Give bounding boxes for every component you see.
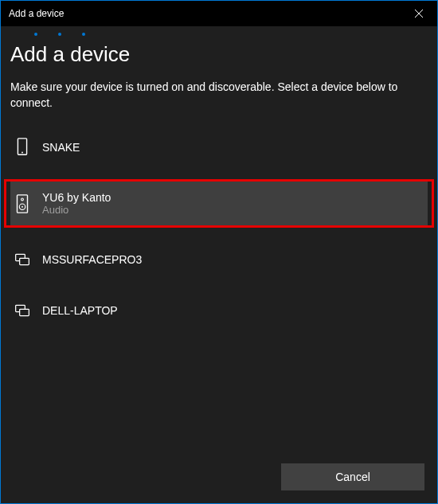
computer-icon (14, 248, 31, 271)
close-button[interactable] (401, 1, 437, 26)
content-area: Add a device Make sure your device is tu… (1, 26, 437, 330)
dot-icon (58, 33, 61, 36)
computer-icon (14, 299, 31, 322)
svg-rect-9 (20, 259, 29, 265)
device-name-label: YU6 by Kanto (42, 191, 111, 204)
svg-point-7 (22, 205, 23, 207)
page-title: Add a device (10, 42, 428, 67)
device-subtitle-label: Audio (42, 204, 111, 216)
progress-dots (34, 33, 428, 36)
device-text: MSSURFACEPRO3 (42, 253, 142, 266)
dot-icon (82, 33, 85, 36)
close-icon (415, 10, 423, 18)
svg-point-3 (22, 152, 23, 154)
speaker-icon (14, 193, 31, 215)
highlight-annotation: YU6 by Kanto Audio (4, 179, 434, 228)
device-item-yu6[interactable]: YU6 by Kanto Audio (10, 182, 428, 225)
page-subtitle: Make sure your device is turned on and d… (10, 80, 428, 111)
device-item-mssurfacepro3[interactable]: MSSURFACEPRO3 (10, 240, 428, 279)
footer: Cancel (281, 463, 424, 490)
device-name-label: SNAKE (42, 141, 80, 154)
device-list: SNAKE YU6 by Kanto Audio (10, 128, 428, 330)
spacer (10, 228, 428, 240)
spacer (10, 166, 428, 179)
svg-rect-11 (20, 310, 29, 316)
titlebar: Add a device (1, 1, 437, 26)
device-name-label: MSSURFACEPRO3 (42, 253, 142, 266)
device-item-snake[interactable]: SNAKE (10, 128, 428, 166)
spacer (10, 279, 428, 291)
device-text: YU6 by Kanto Audio (42, 191, 111, 216)
device-name-label: DELL-LAPTOP (42, 304, 118, 317)
titlebar-title: Add a device (9, 8, 64, 19)
cancel-button[interactable]: Cancel (281, 463, 424, 490)
phone-icon (14, 136, 31, 158)
device-text: DELL-LAPTOP (42, 304, 118, 317)
device-text: SNAKE (42, 141, 80, 154)
dot-icon (34, 33, 37, 36)
device-item-dell-laptop[interactable]: DELL-LAPTOP (10, 291, 428, 330)
svg-point-5 (22, 198, 24, 201)
